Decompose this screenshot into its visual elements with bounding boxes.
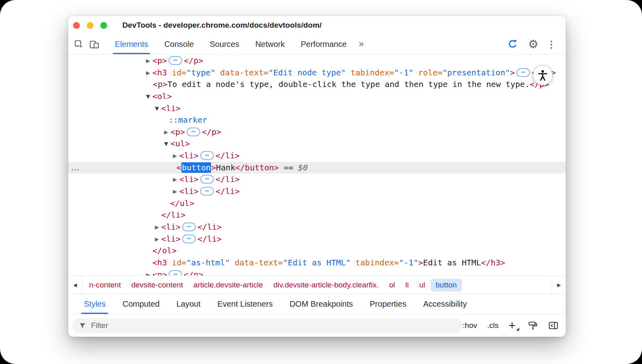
expand-ellipsis-icon[interactable]: ⋯ xyxy=(182,235,196,243)
code-token-tag: <h3 xyxy=(152,68,167,77)
ellipsis-dots: ⋯ xyxy=(191,128,196,135)
dom-node-row[interactable]: ▶<p>⋯</p> xyxy=(68,269,566,275)
breadcrumb-item-article-devsite-article[interactable]: article.devsite-article xyxy=(188,279,268,291)
code-token-tag: <li> xyxy=(179,151,199,160)
breadcrumb-scroll-right-icon[interactable]: ▶ xyxy=(552,276,566,294)
expand-arrow-icon[interactable]: ▶ xyxy=(171,150,179,162)
filter-input-wrapper[interactable] xyxy=(72,318,463,333)
expand-ellipsis-icon[interactable]: ⋯ xyxy=(516,68,530,77)
dom-node-row[interactable]: ▶<h3 id="type" data-text="Edit node type… xyxy=(68,67,566,79)
expand-arrow-icon[interactable]: ▶ xyxy=(171,186,179,198)
breadcrumb-item-devsite-content[interactable]: devsite-content xyxy=(126,279,188,291)
expand-arrow-icon[interactable]: ▶ xyxy=(171,174,179,186)
collapse-arrow-icon[interactable]: ▼ xyxy=(144,91,152,103)
tab-dom-breakpoints[interactable]: DOM Breakpoints xyxy=(281,294,362,314)
expand-ellipsis-icon[interactable]: ⋯ xyxy=(169,270,182,275)
maximize-window-button[interactable] xyxy=(100,22,107,29)
tab-layout[interactable]: Layout xyxy=(168,294,209,314)
tab-styles[interactable]: Styles xyxy=(75,294,114,314)
dom-node-row[interactable]: <h3 id="as-html" data-text="Edit as HTML… xyxy=(68,257,566,269)
more-tabs-chevron-icon[interactable]: » xyxy=(359,38,364,49)
breadcrumb-scroll-left-icon[interactable]: ◀ xyxy=(68,276,82,294)
devtools-toolbar: ElementsConsoleSourcesNetworkPerformance… xyxy=(68,34,566,55)
dom-node-row[interactable]: ▶<li>⋯</li> xyxy=(68,221,566,233)
expand-arrow-icon[interactable]: ▶ xyxy=(144,55,152,67)
minimize-window-button[interactable] xyxy=(87,22,93,29)
new-style-rule-button[interactable]: + xyxy=(508,320,518,332)
breadcrumb-item-n-content[interactable]: n-content xyxy=(84,279,126,291)
dom-node-row[interactable]: <p>To edit a node's type, double-click t… xyxy=(68,79,566,91)
code-token-txt: Hank xyxy=(216,163,235,172)
ellipsis-dots: ⋯ xyxy=(205,152,209,158)
breadcrumb-item-ul[interactable]: ul xyxy=(414,279,431,291)
dom-node-row[interactable]: ▶<li>⋯</li> xyxy=(68,186,566,198)
code-token-tag: <p> xyxy=(171,127,185,137)
node-menu-ellipsis-icon[interactable]: … xyxy=(71,162,80,174)
inspect-element-icon[interactable] xyxy=(72,38,86,51)
code-token-val: "-1" xyxy=(399,258,418,267)
dom-node-row[interactable]: </ul> xyxy=(68,198,566,210)
tab-performance[interactable]: Performance xyxy=(295,34,353,54)
dom-node-row[interactable]: ▶<li>⋯</li> xyxy=(68,233,566,245)
breadcrumb-item-button[interactable]: button xyxy=(431,279,462,291)
dom-node-row[interactable]: …<button>Hank</button> == $0 xyxy=(68,162,566,174)
expand-ellipsis-icon[interactable]: ⋯ xyxy=(187,127,200,136)
expand-ellipsis-icon[interactable]: ⋯ xyxy=(200,187,214,196)
devtools-window: DevTools - developer.chrome.com/docs/dev… xyxy=(68,16,566,337)
toggle-sidebar-icon[interactable] xyxy=(548,320,559,331)
ellipsis-dots: ⋯ xyxy=(521,69,526,75)
breadcrumb-item-div-devsite-article-body-clearfix-[interactable]: div.devsite-article-body.clearfix. xyxy=(268,279,384,291)
dom-node-row[interactable]: ▶<li>⋯</li> xyxy=(68,150,566,162)
dom-node-row[interactable]: ::marker xyxy=(68,114,566,126)
dom-node-row[interactable]: </li> xyxy=(68,209,566,221)
tab-computed[interactable]: Computed xyxy=(114,294,168,314)
tab-elements[interactable]: Elements xyxy=(109,34,154,54)
filter-input[interactable] xyxy=(90,321,456,330)
expand-ellipsis-icon[interactable]: ⋯ xyxy=(200,151,214,160)
expand-arrow-icon[interactable]: ▶ xyxy=(144,269,152,275)
expand-arrow-icon[interactable]: ▶ xyxy=(144,67,152,79)
code-token-tag: <li> xyxy=(179,174,199,184)
kebab-menu-icon[interactable]: ⋮ xyxy=(547,40,556,49)
toolbar-right-actions: ⚙ ⋮ xyxy=(505,38,566,51)
expand-ellipsis-icon[interactable]: ⋯ xyxy=(182,222,196,231)
dom-node-row[interactable]: ▶<p>⋯</p> xyxy=(68,126,566,138)
code-token-tag: </li> xyxy=(215,151,240,160)
code-token-res: $0 xyxy=(298,163,308,172)
tab-sources[interactable]: Sources xyxy=(204,34,245,54)
dom-node-row[interactable]: ▶<p>⋯</p> xyxy=(68,55,566,67)
refresh-icon[interactable] xyxy=(506,38,519,51)
code-token-marker: ::marker xyxy=(169,115,207,125)
expand-arrow-icon[interactable]: ▶ xyxy=(153,221,160,233)
breadcrumb-item-ol[interactable]: ol xyxy=(384,279,400,291)
expand-ellipsis-icon[interactable]: ⋯ xyxy=(200,175,214,184)
code-token-tag: <li> xyxy=(179,186,199,196)
collapse-arrow-icon[interactable]: ▼ xyxy=(153,103,160,115)
paint-roller-icon[interactable] xyxy=(528,321,538,331)
collapse-arrow-icon[interactable]: ▼ xyxy=(163,138,170,150)
settings-gear-icon[interactable]: ⚙ xyxy=(528,38,538,50)
code-token-val: "Edit node type" xyxy=(268,68,346,77)
code-token-tag: <ul> xyxy=(171,139,190,148)
dom-node-row[interactable]: ▼<ul> xyxy=(68,138,566,150)
breadcrumb-items: n-contentdevsite-contentarticle.devsite-… xyxy=(82,276,552,294)
breadcrumb-item-li[interactable]: li xyxy=(400,279,414,291)
element-classes-button[interactable]: .cls xyxy=(487,321,499,330)
tab-accessibility[interactable]: Accessibility xyxy=(415,294,475,314)
plus-caret-icon xyxy=(516,328,519,331)
device-toolbar-icon[interactable] xyxy=(87,38,101,51)
expand-arrow-icon[interactable]: ▶ xyxy=(153,233,160,245)
tab-properties[interactable]: Properties xyxy=(362,294,415,314)
dom-node-row[interactable]: </ol> xyxy=(68,245,566,257)
toggle-element-state-button[interactable]: :hov xyxy=(463,321,477,330)
tab-event-listeners[interactable]: Event Listeners xyxy=(209,294,281,314)
code-token-tag: </li> xyxy=(197,234,221,244)
dom-node-row[interactable]: ▼<ol> xyxy=(68,91,566,103)
tab-console[interactable]: Console xyxy=(158,34,199,54)
close-window-button[interactable] xyxy=(73,22,80,29)
expand-arrow-icon[interactable]: ▶ xyxy=(163,126,170,138)
expand-ellipsis-icon[interactable]: ⋯ xyxy=(169,56,182,65)
dom-node-row[interactable]: ▶<li>⋯</li> xyxy=(68,174,566,186)
tab-network[interactable]: Network xyxy=(249,34,291,54)
dom-node-row[interactable]: ▼<li> xyxy=(68,103,566,115)
